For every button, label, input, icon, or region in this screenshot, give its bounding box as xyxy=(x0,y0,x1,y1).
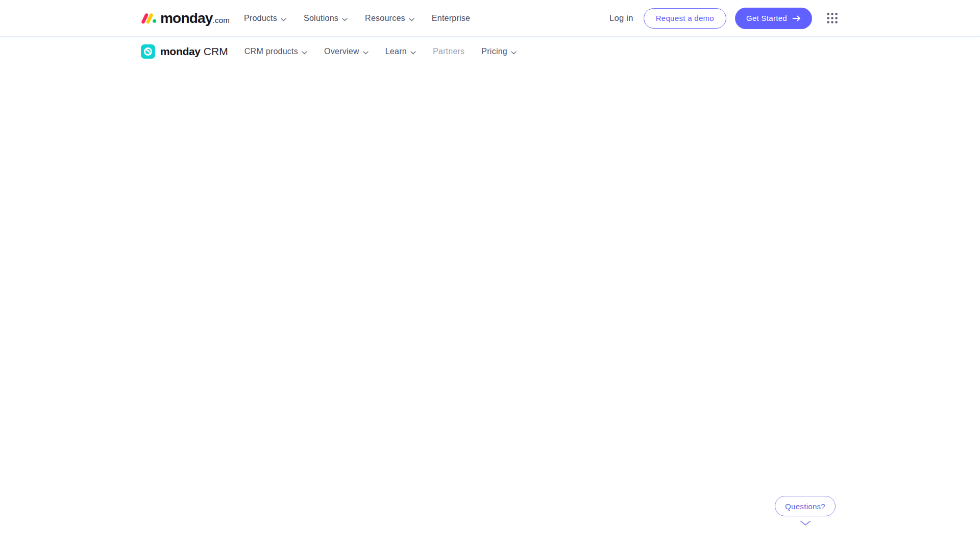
monday-logo-icon xyxy=(141,12,157,27)
crm-nav: CRM products Overview Learn Partners xyxy=(244,46,517,57)
crm-subheader: monday CRM CRM products Overview Learn xyxy=(0,37,980,66)
page-content xyxy=(0,66,980,550)
arrow-right-icon xyxy=(792,15,801,21)
login-link[interactable]: Log in xyxy=(609,13,633,23)
crm-nav-learn[interactable]: Learn xyxy=(385,46,416,57)
nav-solutions[interactable]: Solutions xyxy=(304,13,348,23)
crm-logo-icon xyxy=(141,44,155,59)
nav-products-label: Products xyxy=(244,14,277,23)
request-demo-button[interactable]: Request a demo xyxy=(644,8,726,29)
chevron-down-icon xyxy=(281,14,286,23)
chevron-down-icon xyxy=(410,47,416,57)
questions-button[interactable]: Questions? xyxy=(775,496,836,516)
chevron-down-icon xyxy=(302,47,307,57)
crm-nav-partners[interactable]: Partners xyxy=(433,47,464,56)
crm-nav-learn-label: Learn xyxy=(385,47,407,56)
get-started-label: Get Started xyxy=(746,14,787,22)
crm-nav-pricing-label: Pricing xyxy=(481,47,507,56)
crm-nav-partners-label: Partners xyxy=(433,47,464,56)
crm-nav-overview[interactable]: Overview xyxy=(324,46,369,57)
global-header: monday.com Products Solutions Resources xyxy=(0,0,980,37)
nav-enterprise[interactable]: Enterprise xyxy=(432,14,470,23)
crm-nav-overview-label: Overview xyxy=(324,47,359,56)
nav-resources[interactable]: Resources xyxy=(365,13,414,23)
crm-nav-products[interactable]: CRM products xyxy=(244,46,307,57)
chevron-down-icon xyxy=(342,14,348,23)
nav-enterprise-label: Enterprise xyxy=(432,14,470,23)
chat-collapse-chevron-icon[interactable] xyxy=(800,519,811,528)
nav-solutions-label: Solutions xyxy=(304,14,338,23)
apps-grid-icon[interactable] xyxy=(825,11,839,26)
monday-logo-text: monday.com xyxy=(160,10,230,27)
chat-widget: Questions? xyxy=(775,496,836,528)
nav-products[interactable]: Products xyxy=(244,13,286,23)
get-started-button[interactable]: Get Started xyxy=(735,8,812,29)
crm-logo-text: monday CRM xyxy=(160,45,228,58)
chevron-down-icon xyxy=(363,47,369,57)
header-actions: Log in Request a demo Get Started xyxy=(609,8,839,29)
global-nav: Products Solutions Resources Enterprise xyxy=(244,13,470,23)
chevron-down-icon xyxy=(511,47,517,57)
nav-resources-label: Resources xyxy=(365,14,405,23)
crm-nav-products-label: CRM products xyxy=(244,47,298,56)
monday-crm-logo[interactable]: monday CRM xyxy=(141,44,228,59)
crm-nav-pricing[interactable]: Pricing xyxy=(481,46,517,57)
chevron-down-icon xyxy=(409,14,414,23)
monday-logo[interactable]: monday.com xyxy=(141,10,230,27)
